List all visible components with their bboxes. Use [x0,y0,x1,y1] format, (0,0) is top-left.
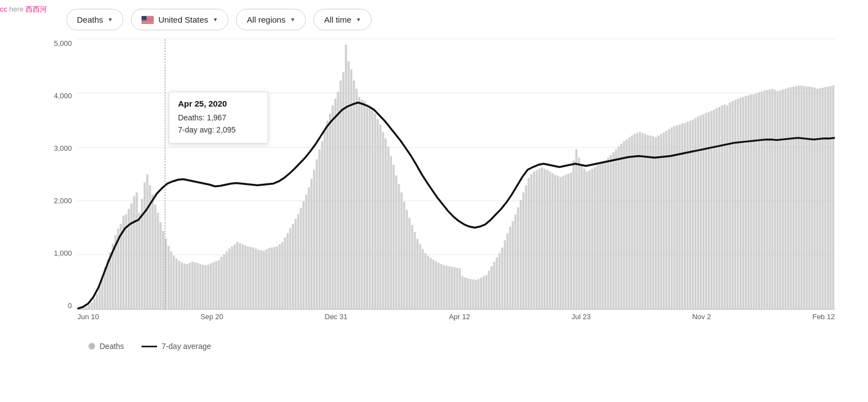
svg-rect-217 [615,150,617,309]
svg-rect-274 [766,90,768,309]
svg-rect-239 [673,126,676,309]
svg-rect-275 [768,89,771,309]
svg-rect-255 [715,108,718,309]
svg-rect-243 [684,123,686,309]
svg-rect-220 [623,141,625,309]
svg-rect-254 [713,110,715,309]
svg-rect-184 [527,178,530,309]
svg-rect-197 [562,176,564,309]
svg-rect-189 [541,168,543,309]
svg-rect-106 [321,141,323,309]
svg-rect-108 [326,121,328,309]
svg-rect-171 [493,262,495,309]
svg-rect-230 [650,136,652,309]
svg-rect-115 [345,45,347,309]
svg-rect-261 [731,101,734,309]
svg-rect-63 [207,265,210,309]
svg-rect-183 [525,185,527,309]
us-flag-icon [142,16,154,24]
svg-rect-227 [641,133,644,309]
svg-rect-85 [265,249,268,309]
svg-rect-265 [742,97,744,309]
svg-rect-170 [490,266,493,309]
svg-rect-249 [700,115,702,309]
svg-rect-59 [197,263,199,309]
svg-rect-152 [443,265,445,309]
svg-rect-180 [517,207,519,309]
region-chevron-icon: ▼ [290,17,295,23]
svg-rect-46 [162,231,164,309]
svg-rect-155 [451,267,453,309]
svg-rect-75 [239,243,241,309]
bar-group [77,45,834,309]
svg-rect-198 [564,174,567,309]
svg-rect-159 [462,276,464,309]
svg-rect-200 [570,173,572,309]
svg-rect-8 [142,20,154,21]
svg-rect-283 [790,87,792,309]
country-label: United States [158,15,208,24]
svg-rect-120 [358,97,360,309]
svg-rect-295 [822,88,824,309]
svg-rect-251 [705,113,707,309]
svg-rect-112 [337,92,339,309]
svg-rect-241 [678,125,681,309]
svg-rect-225 [636,133,639,309]
svg-rect-130 [385,139,387,309]
x-label-sep20: Sep 20 [201,313,223,321]
time-dropdown[interactable]: All time ▼ [313,9,372,30]
svg-rect-87 [271,247,273,309]
svg-rect-176 [506,233,509,309]
svg-rect-246 [692,120,694,309]
svg-rect-185 [530,174,532,310]
metric-label: Deaths [77,15,103,24]
svg-rect-79 [249,247,252,309]
svg-rect-177 [509,226,511,309]
svg-rect-147 [430,258,432,309]
svg-rect-190 [543,169,546,309]
svg-rect-44 [157,213,159,309]
svg-rect-54 [184,263,186,309]
svg-rect-104 [316,160,318,309]
svg-rect-21 [96,294,98,309]
legend-deaths-item: Deaths [88,342,124,351]
y-label-2000: 2,000 [33,197,77,205]
svg-rect-134 [395,175,398,309]
legend-avg-item: 7-day average [142,342,211,351]
svg-rect-58 [194,262,196,309]
country-chevron-icon: ▼ [213,17,218,23]
svg-rect-99 [302,201,305,309]
country-dropdown[interactable]: United States ▼ [131,9,228,30]
svg-rect-163 [472,279,474,309]
svg-rect-77 [244,245,247,309]
y-label-0: 0 [33,302,77,310]
svg-rect-101 [308,187,310,309]
watermark: cc here 西西河 [0,4,47,14]
svg-rect-245 [689,121,692,309]
svg-rect-160 [464,277,466,309]
svg-rect-219 [620,144,623,309]
svg-rect-286 [798,86,800,309]
region-dropdown[interactable]: All regions ▼ [236,9,306,30]
svg-rect-294 [819,88,821,309]
svg-rect-240 [676,125,678,309]
svg-rect-109 [329,114,331,309]
svg-rect-135 [398,184,400,309]
svg-rect-154 [448,266,451,309]
svg-rect-116 [348,61,350,309]
svg-rect-178 [512,221,514,309]
svg-rect-142 [416,239,419,309]
svg-rect-168 [485,275,488,309]
svg-rect-9 [142,21,154,22]
svg-rect-43 [154,204,156,309]
svg-rect-88 [273,247,275,309]
svg-rect-52 [178,261,180,309]
svg-rect-83 [260,250,263,309]
svg-rect-121 [361,100,363,309]
y-label-4000: 4,000 [33,92,77,100]
svg-rect-165 [477,279,479,309]
svg-rect-102 [311,178,313,309]
svg-rect-244 [687,122,689,309]
metric-dropdown[interactable]: Deaths ▼ [66,9,123,30]
svg-rect-272 [761,92,763,309]
